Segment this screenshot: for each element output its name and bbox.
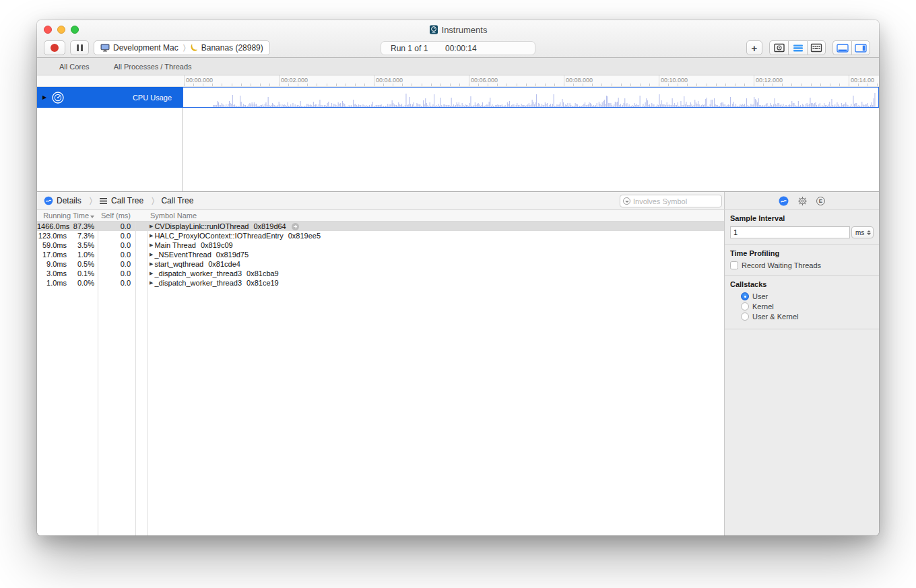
- keyboard-icon: [810, 43, 822, 53]
- table-row[interactable]: 3.0ms 0.1% 0.0 ▶_dispatch_worker_thread3…: [37, 269, 724, 278]
- breadcrumb-call-tree-2[interactable]: Call Tree: [161, 196, 193, 205]
- disclosure-triangle-icon[interactable]: ▶: [150, 252, 153, 257]
- toggle-right-panel-button[interactable]: [851, 40, 870, 55]
- breadcrumb-separator-icon: 〉: [90, 195, 92, 206]
- focus-arrow-icon[interactable]: [292, 223, 299, 230]
- column-separator[interactable]: [147, 222, 148, 535]
- table-header: Running Time Self (ms) Symbol Name: [37, 210, 724, 222]
- table-row[interactable]: 9.0ms 0.5% 0.0 ▶start_wqthread0x81cde4: [37, 259, 724, 269]
- timeline-tick-label: 00:04.000: [376, 77, 403, 84]
- sample-interval-section: Sample Interval ms: [725, 210, 879, 245]
- list-icon: [793, 44, 804, 53]
- strategy-all-cores[interactable]: All Cores: [59, 63, 90, 71]
- breadcrumb-details[interactable]: Details: [44, 196, 81, 205]
- callstack-user-kernel-option[interactable]: User & Kernel: [741, 313, 874, 321]
- table-row[interactable]: 1.0ms 0.0% 0.0 ▶_dispatch_worker_thread3…: [37, 278, 724, 288]
- timeline-ruler[interactable]: 00:00.00000:02.00000:04.00000:06.00000:0…: [37, 75, 879, 87]
- device-mac-icon: [100, 44, 110, 52]
- bottom-panel-icon: [837, 44, 849, 53]
- list-view-button[interactable]: [788, 40, 807, 55]
- inspector-tab-bar: E: [724, 192, 879, 209]
- disclosure-triangle-icon[interactable]: ▶: [150, 224, 153, 229]
- cpu-usage-graph[interactable]: [183, 87, 879, 108]
- chevron-right-icon: 〉: [183, 43, 186, 53]
- call-tree-icon: [99, 197, 108, 205]
- timeline-tick-label: 00:14.00: [851, 77, 874, 84]
- column-header-running-time[interactable]: Running Time: [37, 211, 98, 220]
- time-profiling-section: Time Profiling Record Waiting Threads: [725, 245, 879, 276]
- checkbox-unchecked[interactable]: [730, 261, 738, 269]
- right-panel-icon: [855, 44, 867, 53]
- instruments-window: Instruments Development Mac 〉 Bananas (2…: [37, 20, 879, 535]
- target-process-label: Bananas (28989): [201, 43, 263, 53]
- callstack-kernel-option[interactable]: Kernel: [741, 302, 874, 311]
- toolbar: Development Mac 〉 Bananas (28989) Run 1 …: [37, 39, 879, 57]
- timeline-tick-label: 00:02.000: [281, 77, 308, 84]
- add-instrument-button[interactable]: +: [746, 40, 762, 55]
- disclosure-triangle-icon[interactable]: ▶: [150, 233, 153, 238]
- record-settings-icon[interactable]: [779, 196, 789, 206]
- details-gauge-icon: [44, 196, 53, 205]
- callstack-user-option[interactable]: User: [741, 292, 874, 300]
- table-row[interactable]: 123.0ms 7.3% 0.0 ▶HALC_ProxyIOContext::I…: [37, 231, 724, 240]
- record-waiting-threads-label: Record Waiting Threads: [742, 261, 821, 269]
- display-settings-gear-icon[interactable]: [797, 196, 808, 206]
- details-pane: Details 〉 Call Tree 〉 Call Tree E: [37, 191, 879, 535]
- instruments-app-icon: [429, 25, 438, 34]
- instruments-view-button[interactable]: [769, 40, 788, 55]
- pause-button[interactable]: [70, 40, 89, 55]
- extended-detail-icon[interactable]: E: [816, 197, 825, 205]
- strategy-all-processes[interactable]: All Processes / Threads: [114, 63, 192, 71]
- record-icon: [51, 44, 59, 52]
- disclosure-triangle-icon[interactable]: ▶: [150, 242, 153, 248]
- callstacks-section: Callstacks User Kernel User & Kernel: [725, 276, 879, 329]
- sample-interval-unit-stepper[interactable]: ms: [851, 226, 874, 238]
- radio-selected[interactable]: [741, 292, 749, 300]
- table-row[interactable]: 1466.0ms 87.3% 0.0 ▶CVDisplayLink::runIO…: [37, 222, 724, 231]
- search-scope-icon[interactable]: [623, 197, 630, 205]
- symbol-search-field[interactable]: [620, 195, 722, 207]
- bananas-app-icon: [191, 44, 198, 52]
- timeline-tick-label: 00:00.000: [186, 77, 213, 84]
- strategy-bar: All Cores All Processes / Threads: [37, 58, 879, 75]
- window-title: Instruments: [442, 25, 488, 35]
- sample-interval-label: Sample Interval: [730, 214, 874, 222]
- window-chrome: Instruments Development Mac 〉 Bananas (2…: [37, 20, 879, 58]
- column-header-symbol-name[interactable]: Symbol Name: [148, 211, 724, 220]
- disclosure-triangle-icon[interactable]: ▶: [150, 271, 153, 276]
- inspector-panel: Sample Interval ms Time Profiling Record…: [724, 210, 879, 535]
- stepper-arrows-icon: [867, 230, 871, 235]
- disclosure-triangle-icon[interactable]: ▶: [150, 261, 153, 267]
- record-waiting-threads-option[interactable]: Record Waiting Threads: [730, 261, 874, 269]
- titlebar[interactable]: Instruments: [37, 20, 879, 39]
- column-separator[interactable]: [98, 222, 98, 535]
- cpu-usage-instrument-icon: [51, 91, 65, 104]
- sample-interval-input[interactable]: [730, 226, 850, 238]
- table-row[interactable]: 17.0ms 1.0% 0.0 ▶_NSEventThread0x819d75: [37, 250, 724, 259]
- column-header-self[interactable]: Self (ms): [98, 211, 136, 220]
- instrument-icon: [773, 43, 785, 53]
- column-separator[interactable]: [135, 222, 136, 535]
- table-row[interactable]: 59.0ms 3.5% 0.0 ▶Main Thread0x819c09: [37, 240, 724, 250]
- track-header-cpu-usage[interactable]: ▶ CPU Usage: [37, 87, 183, 108]
- timeline-tick-label: 00:06.000: [471, 77, 498, 84]
- track-area: ▶ CPU Usage: [37, 87, 879, 191]
- timeline-tick-label: 00:10.000: [661, 77, 688, 84]
- disclosure-triangle-icon[interactable]: ▶: [42, 94, 46, 100]
- console-view-button[interactable]: [807, 40, 826, 55]
- search-input[interactable]: [633, 197, 707, 205]
- radio-unselected[interactable]: [741, 313, 749, 321]
- disclosure-triangle-icon[interactable]: ▶: [150, 280, 153, 286]
- run-counter: Run 1 of 1: [391, 44, 428, 53]
- radio-unselected[interactable]: [741, 302, 749, 311]
- panel-toggle-group: [832, 40, 870, 55]
- toggle-bottom-panel-button[interactable]: [832, 40, 851, 55]
- timeline-tick-label: 00:12.000: [756, 77, 783, 84]
- detail-breadcrumb-bar: Details 〉 Call Tree 〉 Call Tree E: [37, 192, 879, 210]
- breadcrumb-call-tree[interactable]: Call Tree: [99, 196, 143, 205]
- target-selector[interactable]: Development Mac 〉 Bananas (28989): [94, 40, 270, 55]
- record-button[interactable]: [44, 40, 65, 55]
- timeline-tick-label: 00:08.000: [566, 77, 593, 84]
- sort-descending-icon: [90, 216, 94, 218]
- unit-label: ms: [855, 229, 864, 236]
